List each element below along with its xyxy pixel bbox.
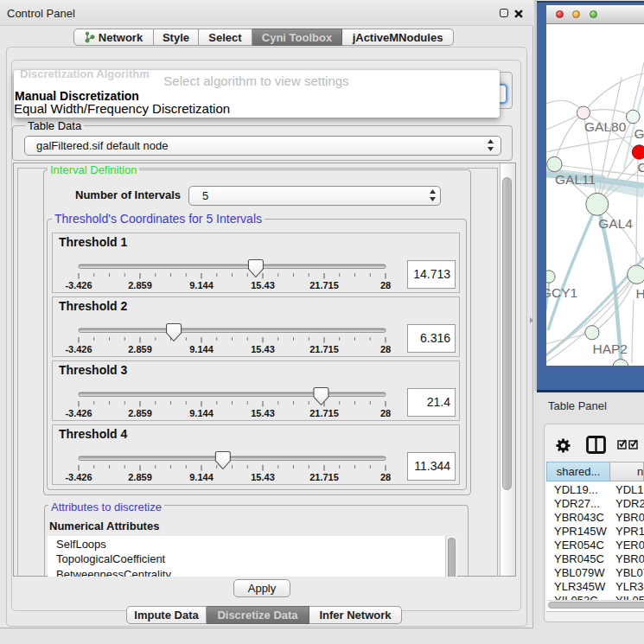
svg-text:GAL4: GAL4 xyxy=(598,216,633,231)
svg-text:21.715: 21.715 xyxy=(309,280,339,290)
svg-text:GAL: GAL xyxy=(634,126,644,141)
svg-text:2.859: 2.859 xyxy=(128,280,152,290)
svg-text:2.859: 2.859 xyxy=(128,472,152,482)
svg-text:-3.426: -3.426 xyxy=(65,344,92,354)
svg-text:21.715: 21.715 xyxy=(309,344,339,354)
svg-text:C: C xyxy=(638,160,644,175)
svg-text:HAP2: HAP2 xyxy=(593,341,628,356)
svg-text:9.144: 9.144 xyxy=(189,408,214,418)
svg-text:28: 28 xyxy=(380,408,391,418)
svg-text:15.43: 15.43 xyxy=(251,472,275,482)
svg-text:2.859: 2.859 xyxy=(128,344,152,354)
svg-text:2.859: 2.859 xyxy=(128,408,152,418)
svg-text:-3.426: -3.426 xyxy=(65,280,92,290)
svg-text:GCY1: GCY1 xyxy=(546,285,577,300)
svg-text:9.144: 9.144 xyxy=(189,344,214,354)
svg-text:9.144: 9.144 xyxy=(189,280,214,290)
svg-text:21.715: 21.715 xyxy=(309,472,339,482)
svg-text:-3.426: -3.426 xyxy=(65,408,92,418)
svg-text:15.43: 15.43 xyxy=(251,344,275,354)
svg-text:28: 28 xyxy=(380,472,391,482)
svg-text:H: H xyxy=(636,286,644,301)
svg-text:28: 28 xyxy=(380,344,391,354)
svg-text:-3.426: -3.426 xyxy=(65,472,92,482)
svg-text:15.43: 15.43 xyxy=(251,280,275,290)
svg-text:GAL11: GAL11 xyxy=(555,172,596,187)
svg-text:GAL80: GAL80 xyxy=(584,119,627,134)
svg-text:21.715: 21.715 xyxy=(309,408,339,418)
svg-text:28: 28 xyxy=(380,280,391,290)
svg-text:15.43: 15.43 xyxy=(251,408,275,418)
svg-text:9.144: 9.144 xyxy=(189,472,214,482)
